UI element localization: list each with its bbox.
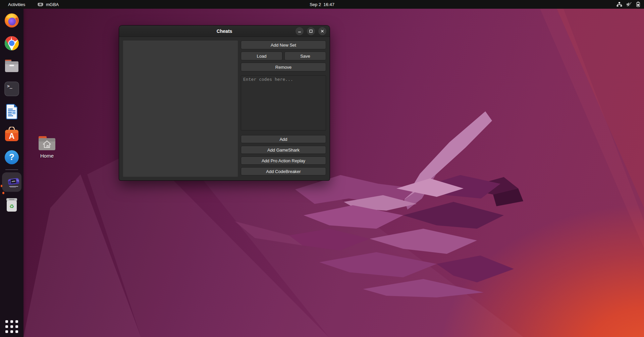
- chrome-icon: [4, 36, 19, 51]
- maximize-button[interactable]: [307, 27, 315, 35]
- network-wired-icon: [616, 2, 622, 7]
- help-icon: ?: [4, 150, 19, 165]
- window-title: Cheats: [217, 29, 232, 34]
- focused-app-label: mGBA: [46, 2, 59, 7]
- maximize-icon: [309, 30, 313, 33]
- activities-button[interactable]: Activities: [6, 2, 27, 7]
- mgba-app-icon: [38, 2, 43, 7]
- minimize-button[interactable]: [296, 27, 304, 35]
- window-controls: [296, 27, 326, 35]
- svg-text:>_: >_: [7, 83, 12, 89]
- show-apps-button[interactable]: [5, 320, 18, 333]
- svg-text:A: A: [9, 131, 14, 141]
- cheats-window: Cheats Add New Set Load Save Remove Ad: [119, 25, 330, 180]
- cheat-sets-list[interactable]: [123, 40, 238, 177]
- mgba-icon: mGBA: [7, 174, 20, 190]
- trash-icon: ♻: [5, 197, 18, 213]
- add-button[interactable]: Add: [241, 135, 326, 143]
- add-codebreaker-button[interactable]: Add CodeBreaker: [241, 167, 326, 175]
- close-icon: [321, 30, 324, 33]
- mgba-running-dot: [1, 185, 2, 187]
- files-icon: [4, 59, 19, 73]
- cheats-titlebar[interactable]: Cheats: [119, 25, 330, 37]
- clock-menu[interactable]: Sep 2 16:47: [310, 2, 334, 7]
- libreoffice-writer-icon: [5, 104, 18, 119]
- top-bar: Activities mGBA Sep 2 16:47: [0, 0, 644, 9]
- desktop-shortcut-home[interactable]: Home: [32, 135, 62, 159]
- home-shortcut-label: Home: [40, 153, 54, 159]
- dock-item-trash[interactable]: ♻: [4, 197, 20, 213]
- terminal-icon: >_: [4, 81, 19, 96]
- load-button[interactable]: Load: [241, 52, 282, 60]
- dock-item-terminal[interactable]: >_: [4, 81, 20, 97]
- dock-item-files[interactable]: [4, 58, 20, 74]
- add-new-set-button[interactable]: Add New Set: [241, 41, 326, 49]
- ubuntu-software-icon: A: [4, 127, 19, 142]
- dock: >_ A ?: [0, 9, 23, 337]
- dock-item-chrome[interactable]: [4, 35, 20, 51]
- dock-item-firefox[interactable]: [4, 12, 20, 29]
- save-button[interactable]: Save: [284, 52, 326, 60]
- add-pro-action-replay-button[interactable]: Add Pro Action Replay: [241, 157, 326, 165]
- battery-icon: [636, 2, 640, 7]
- system-status-area[interactable]: [616, 2, 640, 7]
- codes-input[interactable]: [241, 75, 326, 130]
- dock-item-ubuntu-software[interactable]: A: [4, 126, 20, 143]
- minimize-icon: [298, 30, 301, 33]
- add-gameshark-button[interactable]: Add GameShark: [241, 146, 326, 154]
- focused-app-menu[interactable]: mGBA: [38, 2, 59, 7]
- remove-button[interactable]: Remove: [241, 63, 326, 71]
- home-folder-icon: [37, 135, 57, 151]
- firefox-icon: [4, 13, 19, 28]
- dock-item-help[interactable]: ?: [4, 149, 20, 165]
- svg-text:?: ?: [9, 152, 14, 162]
- close-button[interactable]: [318, 27, 326, 35]
- svg-text:♻: ♻: [9, 203, 14, 210]
- dock-separator: [5, 169, 18, 170]
- volume-muted-icon: [627, 2, 632, 7]
- mgba-running-dot: [2, 192, 4, 194]
- dock-item-mgba[interactable]: mGBA: [4, 174, 20, 190]
- dock-item-libreoffice-writer[interactable]: [4, 104, 20, 120]
